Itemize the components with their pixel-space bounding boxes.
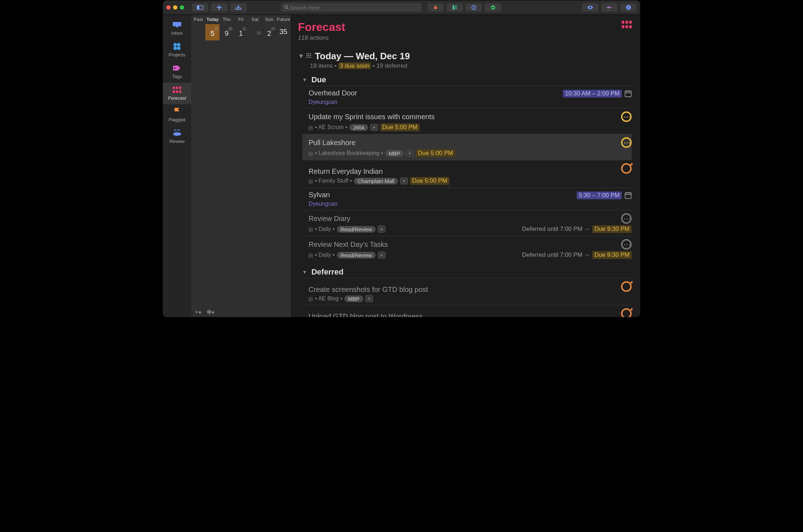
tag-pill[interactable]: MBP <box>344 295 363 302</box>
project-label[interactable]: • Family Stuff • <box>315 178 352 184</box>
filter-remaining-button[interactable] <box>466 3 482 12</box>
search-field[interactable] <box>281 3 422 12</box>
task-title: Pull Lakeshore <box>309 139 355 147</box>
sidebar-item-projects[interactable]: Projects <box>163 39 191 61</box>
close-icon[interactable] <box>166 5 171 10</box>
project-link[interactable]: Dyeungcan <box>309 201 337 207</box>
view-buttons: i <box>582 3 637 12</box>
flagged-status-icon[interactable] <box>621 308 632 317</box>
svg-rect-43 <box>625 193 631 199</box>
task-row[interactable]: Upload GTD blog post to Wordpress• AE Bl… <box>302 305 632 317</box>
cal-day-past[interactable] <box>191 24 205 40</box>
sidebar-item-forecast[interactable]: Forecast <box>163 83 191 104</box>
project-label[interactable]: • AE Scrum • <box>315 124 347 131</box>
tag-pill[interactable]: JIRA <box>349 124 368 131</box>
section-header-deferred[interactable]: ▼ Deferred <box>302 267 632 277</box>
task-row[interactable]: Review Diary⋯• Daily •Read/Review+Deferr… <box>302 210 632 236</box>
add-tag-button[interactable]: + <box>400 177 408 184</box>
quick-entry-button[interactable] <box>230 3 247 12</box>
project-label[interactable]: • Lakeshore Bookkeeping • <box>315 150 383 156</box>
sidebar-item-inbox[interactable]: Inbox <box>163 18 191 39</box>
add-tag-button[interactable]: + <box>406 150 414 157</box>
new-action-button[interactable] <box>211 3 227 12</box>
focus-button[interactable] <box>582 3 598 12</box>
add-tag-button[interactable]: + <box>378 251 386 259</box>
task-row[interactable]: Create screenshots for GTD blog post• AE… <box>302 278 632 305</box>
inspector-button[interactable]: i <box>620 3 637 12</box>
add-perspective-button[interactable]: +▾ <box>195 309 201 316</box>
settings-gear-button[interactable]: ✻▾ <box>206 308 215 316</box>
toggle-sidebar-button[interactable] <box>192 3 208 12</box>
project-label[interactable]: • Daily • <box>315 226 335 232</box>
task-row[interactable]: Overhead Door10:30 AM – 2:00 PMDyeungcan <box>302 86 632 108</box>
forecast-icon <box>172 86 182 93</box>
project-link[interactable]: Dyeungcan <box>309 99 337 105</box>
cal-day[interactable]: 232 <box>262 24 276 40</box>
svg-point-14 <box>173 46 177 50</box>
search-input[interactable] <box>289 4 419 11</box>
cal-day[interactable]: 209 <box>220 24 234 40</box>
flagged-status-icon[interactable] <box>621 281 632 292</box>
repeat-status-icon[interactable]: ⋯ <box>621 137 632 148</box>
due-soon-badge: 3 due soon <box>338 62 371 69</box>
cal-header[interactable]: Sat <box>248 15 262 24</box>
sidebar-item-tags[interactable]: Tags <box>163 61 191 83</box>
svg-rect-33 <box>306 55 308 56</box>
sidebar-label: Tags <box>172 74 182 79</box>
fire-icon <box>432 5 439 10</box>
project-label[interactable]: • AE Blog • <box>315 295 342 302</box>
repeat-status-icon[interactable]: ⋯ <box>621 213 632 224</box>
cal-day-future[interactable]: 35 <box>276 24 290 40</box>
svg-rect-32 <box>310 53 311 54</box>
tag-pill[interactable]: MBP <box>385 150 404 157</box>
task-row[interactable]: Update my Sprint issues with comments⋯• … <box>302 108 632 134</box>
cal-header[interactable]: Thu <box>220 15 234 24</box>
project-label[interactable]: • Daily • <box>315 252 335 258</box>
sidebar-item-review[interactable]: Review <box>163 126 191 148</box>
view-options-button[interactable] <box>601 3 618 12</box>
svg-rect-27 <box>622 25 624 28</box>
flagged-status-icon[interactable] <box>621 163 632 174</box>
filter-available-button[interactable] <box>447 3 463 12</box>
svg-point-7 <box>589 7 591 9</box>
cal-header[interactable]: Fri <box>234 15 248 24</box>
task-title: Create screenshots for GTD blog post <box>309 286 428 294</box>
svg-point-23 <box>173 132 181 136</box>
task-row[interactable]: Sylvan5:30 – 7:00 PMDyeungcan <box>302 188 632 210</box>
disclosure-triangle-icon[interactable]: ▼ <box>298 52 304 60</box>
zoom-icon[interactable] <box>180 5 184 10</box>
repeat-status-icon[interactable]: ⋯ <box>621 111 632 122</box>
filter-all-button[interactable] <box>485 3 501 12</box>
task-title: Upload GTD blog post to Wordpress <box>309 312 423 317</box>
view-layout-button[interactable] <box>622 21 632 30</box>
filter-fire-button[interactable] <box>427 3 444 12</box>
task-row[interactable]: Pull Lakeshore⋯• Lakeshore Bookkeeping •… <box>302 134 632 160</box>
cal-header[interactable]: Future <box>276 15 290 24</box>
task-row[interactable]: Review Next Day's Tasks⋯• Daily •Read/Re… <box>302 236 632 262</box>
day-header[interactable]: ▼ Today — Wed, Dec 19 <box>298 51 632 62</box>
svg-rect-19 <box>179 87 181 89</box>
minimize-icon[interactable] <box>173 5 177 10</box>
task-row[interactable]: Return Everyday Indian• Family Stuff •Ch… <box>302 160 632 188</box>
note-icon <box>309 297 313 301</box>
cal-day-today[interactable]: 195 <box>205 24 220 40</box>
repeat-status-icon[interactable]: ⋯ <box>621 239 632 250</box>
add-tag-button[interactable]: + <box>378 226 386 233</box>
disclosure-triangle-icon[interactable]: ▼ <box>302 269 307 275</box>
calendar-header-row: Past Today Thu Fri Sat Sun Future <box>191 15 291 24</box>
tag-pill[interactable]: Read/Review <box>337 226 376 233</box>
disclosure-triangle-icon[interactable]: ▼ <box>302 77 307 83</box>
add-tag-button[interactable]: + <box>365 295 373 302</box>
sidebar-item-flagged[interactable]: Flagged <box>163 104 191 126</box>
add-tag-button[interactable]: + <box>370 124 378 131</box>
cal-day[interactable]: 211 <box>234 24 248 40</box>
svg-rect-38 <box>310 57 311 58</box>
cal-header[interactable]: Past <box>191 15 205 24</box>
cal-day[interactable]: 22 <box>248 24 262 40</box>
section-header-due[interactable]: ▼ Due <box>302 75 632 84</box>
cal-header[interactable]: Today <box>205 15 220 24</box>
page-subtitle: 118 actions <box>298 34 345 41</box>
tag-pill[interactable]: Champlain Mall <box>354 178 398 184</box>
tag-pill[interactable]: Read/Review <box>337 252 376 259</box>
cal-header[interactable]: Sun <box>262 15 276 24</box>
